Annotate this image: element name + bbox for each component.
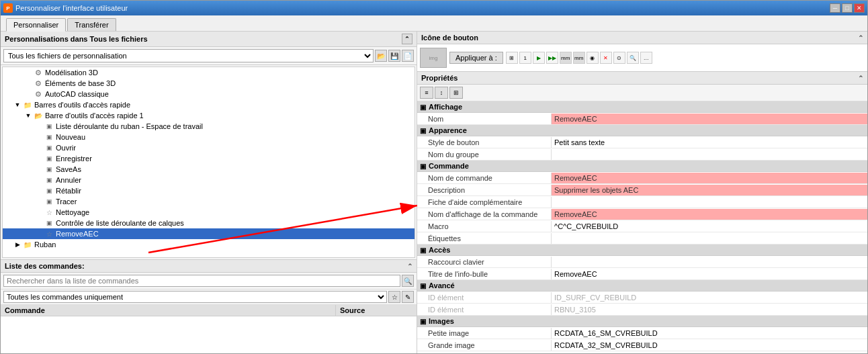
props-grid-button[interactable]: ⊞	[449, 87, 463, 99]
open-file-button[interactable]: 📂	[375, 50, 387, 62]
icon-cell-5[interactable]: mm	[560, 52, 572, 64]
icon-cell-3[interactable]: ▶	[533, 52, 545, 64]
icon-section-header: Icône de bouton ⌃	[417, 32, 867, 44]
tree-item-saveas[interactable]: SaveAs	[3, 164, 415, 175]
item-icon	[44, 165, 54, 174]
customizations-header: Personnalisations dans Tous les fichiers…	[1, 32, 417, 47]
item-icon	[44, 197, 54, 206]
prop-raccourci: Raccourci clavier	[417, 256, 867, 268]
panel-header-icons: ⌃	[402, 34, 413, 44]
tab-personnaliser[interactable]: Personnaliser	[6, 18, 66, 32]
tab-transferer[interactable]: Transférer	[67, 18, 116, 31]
filter-dropdown[interactable]: Toutes les commandes uniquement	[3, 291, 387, 303]
search-icon-button[interactable]: 🔍	[402, 275, 414, 287]
new-file-button[interactable]: 📄	[402, 50, 414, 62]
prop-grande-image-value[interactable]: RCDATA_32_SM_CVREBUILD	[552, 340, 867, 351]
icon-cell-11[interactable]: …	[640, 52, 652, 64]
prop-nom-cmd-value[interactable]: RemoveAEC	[552, 173, 867, 183]
prop-petite-image-value[interactable]: RCDATA_16_SM_CVREBUILD	[552, 328, 867, 339]
icon-preview: img	[420, 48, 447, 68]
collapse-all-button[interactable]: ⌃	[402, 34, 413, 44]
tree-item-ruban[interactable]: ▶ Ruban	[3, 239, 415, 250]
save-file-button[interactable]: 💾	[388, 50, 400, 62]
tree-item-autocad[interactable]: AutoCAD classique	[3, 89, 415, 99]
props-collapse-icon[interactable]: ⌃	[858, 75, 863, 82]
maximize-button[interactable]: □	[842, 3, 853, 13]
customization-file-dropdown[interactable]: Tous les fichiers de personnalisation	[3, 49, 374, 62]
prop-etiquettes-value[interactable]	[552, 237, 867, 240]
props-list-button[interactable]: ≡	[420, 87, 433, 99]
item-icon	[44, 186, 54, 195]
prop-petite-image: Petite image RCDATA_16_SM_CVREBUILD	[417, 327, 867, 339]
prop-nom-affichage-value[interactable]: RemoveAEC	[552, 209, 867, 220]
window-title: Personnaliser l'interface utilisateur	[15, 4, 128, 12]
icon-collapse-icon[interactable]: ⌃	[858, 34, 863, 42]
prop-style-value[interactable]: Petit sans texte	[552, 137, 867, 148]
tree-item-nettoyage[interactable]: Nettoyage	[3, 207, 415, 218]
commands-list[interactable]	[1, 316, 417, 343]
prop-groupe: Nom du groupe	[417, 148, 867, 161]
apply-button[interactable]: Appliquer à :	[449, 52, 503, 64]
item-icon	[44, 143, 54, 152]
close-button[interactable]: ✕	[854, 3, 865, 13]
title-bar: P Personnaliser l'interface utilisateur …	[1, 1, 867, 15]
icon-grid: ⊞ 1 ▶ ▶▶ mm mm ◉ ✕ ⊙ 🔍 …	[506, 52, 652, 64]
prop-macro-value[interactable]: ^C^C_CVREBUILD	[552, 221, 867, 232]
icon-cell-10[interactable]: 🔍	[627, 52, 639, 64]
prop-nom-cmd-label: Nom de commande	[417, 173, 552, 183]
prop-description-value[interactable]: Supprimer les objets AEC	[552, 185, 867, 195]
search-input[interactable]	[3, 275, 400, 287]
group-affichage: ▣ Affichage	[417, 101, 867, 113]
prop-groupe-value[interactable]	[552, 153, 867, 156]
icon-cell-8[interactable]: ✕	[600, 52, 612, 64]
prop-infobulle-value[interactable]: RemoveAEC	[552, 269, 867, 279]
tree-item-ouvrir[interactable]: Ouvrir	[3, 142, 415, 153]
prop-nom-label: Nom	[417, 114, 552, 124]
tree-area[interactable]: Modélisation 3D Éléments de base 3D Auto…	[2, 67, 415, 258]
group-acces: ▣ Accès	[417, 245, 867, 256]
tree-item-retablir[interactable]: Rétablir	[3, 185, 415, 196]
prop-id1-label: ID élément	[417, 292, 552, 303]
icon-cell-2[interactable]: 1	[519, 52, 531, 64]
tree-item-controle[interactable]: Contrôle de liste déroulante de calques	[3, 218, 415, 228]
icon-cell-6[interactable]: mm	[573, 52, 585, 64]
minimize-button[interactable]: ─	[830, 3, 840, 13]
tree-item-annuler[interactable]: Annuler	[3, 175, 415, 185]
icon-cell-4[interactable]: ▶▶	[546, 52, 558, 64]
left-panel: Personnalisations dans Tous les fichiers…	[1, 32, 417, 353]
group-icon: ▣	[420, 282, 426, 290]
icon-cell-1[interactable]: ⊞	[506, 52, 518, 64]
add-command-button[interactable]: ☆	[388, 291, 400, 303]
item-icon	[44, 132, 54, 142]
prop-id2: ID élément RBNU_3105	[417, 304, 867, 316]
prop-fiche-label: Fiche d'aide complémentaire	[417, 197, 552, 208]
prop-nom-value[interactable]: RemoveAEC	[552, 114, 867, 124]
prop-petite-image-label: Petite image	[417, 328, 552, 339]
group-commande: ▣ Commande	[417, 161, 867, 172]
prop-raccourci-value[interactable]	[552, 261, 867, 263]
props-toolbar: ≡ ↕ ⊞	[417, 85, 867, 101]
tree-item-barre1[interactable]: ▼ Barre d'outils d'accès rapide 1	[3, 110, 415, 121]
tree-item-liste-deroulante[interactable]: Liste déroulante du ruban - Espace de tr…	[3, 121, 415, 132]
group-apparence-label: Apparence	[429, 126, 467, 134]
commands-collapse-icon[interactable]: ⌃	[407, 263, 413, 270]
commands-title: Liste des commandes:	[5, 262, 85, 270]
tree-item-elements[interactable]: Éléments de base 3D	[3, 78, 415, 89]
folder-icon	[23, 100, 32, 109]
group-icon: ▣	[420, 127, 426, 134]
props-sort-button[interactable]: ↕	[435, 87, 448, 99]
edit-command-button[interactable]: ✎	[402, 291, 414, 303]
main-content: Personnalisations dans Tous les fichiers…	[1, 32, 867, 353]
icon-cell-7[interactable]: ◉	[587, 52, 599, 64]
icon-cell-9[interactable]: ⊙	[613, 52, 625, 64]
tree-item-barres[interactable]: ▼ Barres d'outils d'accès rapide	[3, 99, 415, 110]
tree-item-removeaec[interactable]: RemoveAEC	[3, 228, 415, 239]
prop-style-label: Style de bouton	[417, 137, 552, 148]
tree-item-enregistrer[interactable]: Enregistrer	[3, 153, 415, 164]
tree-item-tracer[interactable]: Tracer	[3, 196, 415, 207]
tree-item-modelisation[interactable]: Modélisation 3D	[3, 67, 415, 78]
prop-fiche-value[interactable]	[552, 201, 867, 204]
group-images: ▣ Images	[417, 316, 867, 327]
tree-item-nouveau[interactable]: Nouveau	[3, 132, 415, 142]
group-commande-label: Commande	[429, 162, 469, 170]
